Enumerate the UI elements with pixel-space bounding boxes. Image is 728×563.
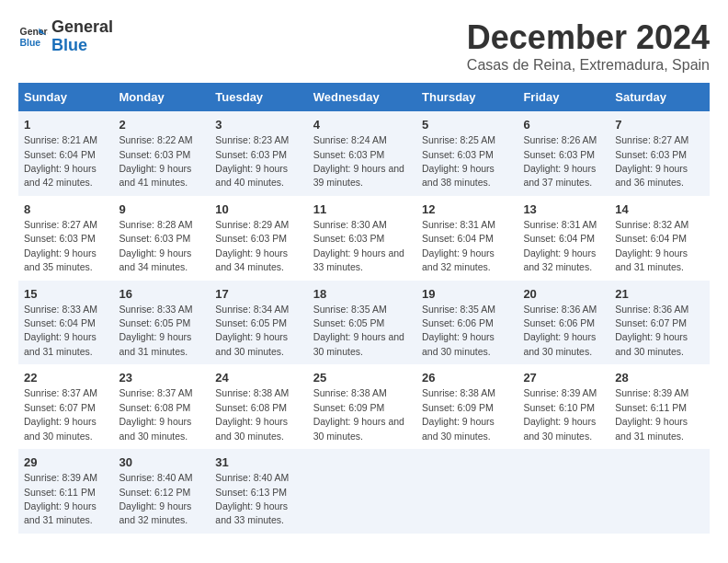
table-cell: 4Sunrise: 8:24 AMSunset: 6:03 PMDaylight… [308,111,416,196]
table-row: 29Sunrise: 8:39 AMSunset: 6:11 PMDayligh… [18,449,710,534]
table-cell: 1Sunrise: 8:21 AMSunset: 6:04 PMDaylight… [18,111,114,196]
table-row: 15Sunrise: 8:33 AMSunset: 6:04 PMDayligh… [18,281,710,365]
table-cell: 11Sunrise: 8:30 AMSunset: 6:03 PMDayligh… [308,196,416,281]
table-cell: 23Sunrise: 8:37 AMSunset: 6:08 PMDayligh… [114,364,210,449]
table-cell [609,449,710,534]
day-number: 14 [615,201,704,218]
page-title: December 2024 [467,18,710,57]
svg-text:Blue: Blue [20,37,41,47]
day-info: Sunrise: 8:31 AMSunset: 6:04 PMDaylight:… [523,219,597,272]
day-info: Sunrise: 8:22 AMSunset: 6:03 PMDaylight:… [119,134,193,188]
day-number: 31 [215,454,301,471]
day-info: Sunrise: 8:38 AMSunset: 6:09 PMDaylight:… [422,387,495,441]
table-cell: 15Sunrise: 8:33 AMSunset: 6:04 PMDayligh… [18,281,114,365]
day-info: Sunrise: 8:23 AMSunset: 6:03 PMDaylight:… [215,134,289,188]
day-info: Sunrise: 8:28 AMSunset: 6:03 PMDaylight:… [119,219,193,272]
day-info: Sunrise: 8:35 AMSunset: 6:05 PMDaylight:… [313,304,404,357]
day-number: 10 [215,201,301,218]
table-cell: 12Sunrise: 8:31 AMSunset: 6:04 PMDayligh… [416,196,518,281]
table-cell: 13Sunrise: 8:31 AMSunset: 6:04 PMDayligh… [518,196,609,281]
table-cell: 22Sunrise: 8:37 AMSunset: 6:07 PMDayligh… [18,364,114,449]
table-cell: 10Sunrise: 8:29 AMSunset: 6:03 PMDayligh… [210,196,307,281]
day-number: 23 [119,370,205,386]
table-cell: 5Sunrise: 8:25 AMSunset: 6:03 PMDaylight… [416,111,518,196]
day-number: 3 [215,117,301,133]
header-thursday: Thursday [416,83,518,111]
day-number: 1 [24,117,108,133]
header-saturday: Saturday [609,83,710,111]
day-info: Sunrise: 8:39 AMSunset: 6:11 PMDaylight:… [24,472,97,525]
day-number: 21 [615,286,704,303]
day-number: 22 [24,370,108,386]
day-number: 27 [523,370,604,386]
calendar-body: 1Sunrise: 8:21 AMSunset: 6:04 PMDaylight… [18,111,710,534]
day-info: Sunrise: 8:38 AMSunset: 6:09 PMDaylight:… [313,387,404,441]
table-cell: 18Sunrise: 8:35 AMSunset: 6:05 PMDayligh… [308,281,416,365]
table-cell: 3Sunrise: 8:23 AMSunset: 6:03 PMDaylight… [210,111,307,196]
svg-text:General: General [20,27,48,37]
day-number: 19 [422,286,512,303]
table-row: 1Sunrise: 8:21 AMSunset: 6:04 PMDaylight… [18,111,710,196]
table-cell: 28Sunrise: 8:39 AMSunset: 6:11 PMDayligh… [609,364,710,449]
table-cell [518,449,609,534]
logo-icon: General Blue [18,22,48,52]
day-info: Sunrise: 8:21 AMSunset: 6:04 PMDaylight:… [24,134,97,188]
header-wednesday: Wednesday [308,83,416,111]
table-cell: 2Sunrise: 8:22 AMSunset: 6:03 PMDaylight… [114,111,210,196]
calendar-table: Sunday Monday Tuesday Wednesday Thursday… [18,83,710,534]
day-info: Sunrise: 8:36 AMSunset: 6:07 PMDaylight:… [615,304,688,357]
table-cell: 17Sunrise: 8:34 AMSunset: 6:05 PMDayligh… [210,281,307,365]
table-cell: 21Sunrise: 8:36 AMSunset: 6:07 PMDayligh… [609,281,710,365]
day-info: Sunrise: 8:32 AMSunset: 6:04 PMDaylight:… [615,219,688,272]
day-number: 11 [313,201,411,218]
day-info: Sunrise: 8:29 AMSunset: 6:03 PMDaylight:… [215,219,289,272]
day-number: 8 [24,201,108,218]
table-cell: 25Sunrise: 8:38 AMSunset: 6:09 PMDayligh… [308,364,416,449]
day-number: 25 [313,370,411,386]
day-number: 6 [523,117,604,133]
table-cell: 14Sunrise: 8:32 AMSunset: 6:04 PMDayligh… [609,196,710,281]
table-cell [308,449,416,534]
header-sunday: Sunday [18,83,114,111]
day-info: Sunrise: 8:37 AMSunset: 6:07 PMDaylight:… [24,387,97,441]
day-number: 7 [615,117,704,133]
table-cell: 29Sunrise: 8:39 AMSunset: 6:11 PMDayligh… [18,449,114,534]
table-row: 22Sunrise: 8:37 AMSunset: 6:07 PMDayligh… [18,364,710,449]
day-number: 24 [215,370,301,386]
day-info: Sunrise: 8:36 AMSunset: 6:06 PMDaylight:… [523,304,597,357]
page-subtitle: Casas de Reina, Extremadura, Spain [467,57,710,74]
logo: General Blue General Blue [18,18,113,55]
day-number: 20 [523,286,604,303]
day-info: Sunrise: 8:34 AMSunset: 6:05 PMDaylight:… [215,304,289,357]
day-info: Sunrise: 8:30 AMSunset: 6:03 PMDaylight:… [313,219,404,272]
logo-text: General Blue [51,18,113,55]
day-info: Sunrise: 8:35 AMSunset: 6:06 PMDaylight:… [422,304,495,357]
table-cell: 19Sunrise: 8:35 AMSunset: 6:06 PMDayligh… [416,281,518,365]
header-row: Sunday Monday Tuesday Wednesday Thursday… [18,83,710,111]
header-tuesday: Tuesday [210,83,307,111]
day-info: Sunrise: 8:39 AMSunset: 6:10 PMDaylight:… [523,387,597,441]
day-info: Sunrise: 8:40 AMSunset: 6:13 PMDaylight:… [215,472,289,525]
day-number: 9 [119,201,205,218]
day-number: 4 [313,117,411,133]
table-cell [416,449,518,534]
day-number: 2 [119,117,205,133]
table-cell: 8Sunrise: 8:27 AMSunset: 6:03 PMDaylight… [18,196,114,281]
table-cell: 9Sunrise: 8:28 AMSunset: 6:03 PMDaylight… [114,196,210,281]
day-number: 17 [215,286,301,303]
day-info: Sunrise: 8:40 AMSunset: 6:12 PMDaylight:… [119,472,193,525]
table-cell: 7Sunrise: 8:27 AMSunset: 6:03 PMDaylight… [609,111,710,196]
table-cell: 31Sunrise: 8:40 AMSunset: 6:13 PMDayligh… [210,449,307,534]
day-info: Sunrise: 8:26 AMSunset: 6:03 PMDaylight:… [523,134,597,188]
header-monday: Monday [114,83,210,111]
day-number: 29 [24,454,108,471]
day-info: Sunrise: 8:38 AMSunset: 6:08 PMDaylight:… [215,387,289,441]
page-header: General Blue General Blue December 2024 … [18,18,710,74]
day-number: 15 [24,286,108,303]
day-number: 28 [615,370,704,386]
table-cell: 27Sunrise: 8:39 AMSunset: 6:10 PMDayligh… [518,364,609,449]
table-cell: 6Sunrise: 8:26 AMSunset: 6:03 PMDaylight… [518,111,609,196]
day-info: Sunrise: 8:33 AMSunset: 6:04 PMDaylight:… [24,304,97,357]
table-cell: 16Sunrise: 8:33 AMSunset: 6:05 PMDayligh… [114,281,210,365]
day-info: Sunrise: 8:33 AMSunset: 6:05 PMDaylight:… [119,304,193,357]
